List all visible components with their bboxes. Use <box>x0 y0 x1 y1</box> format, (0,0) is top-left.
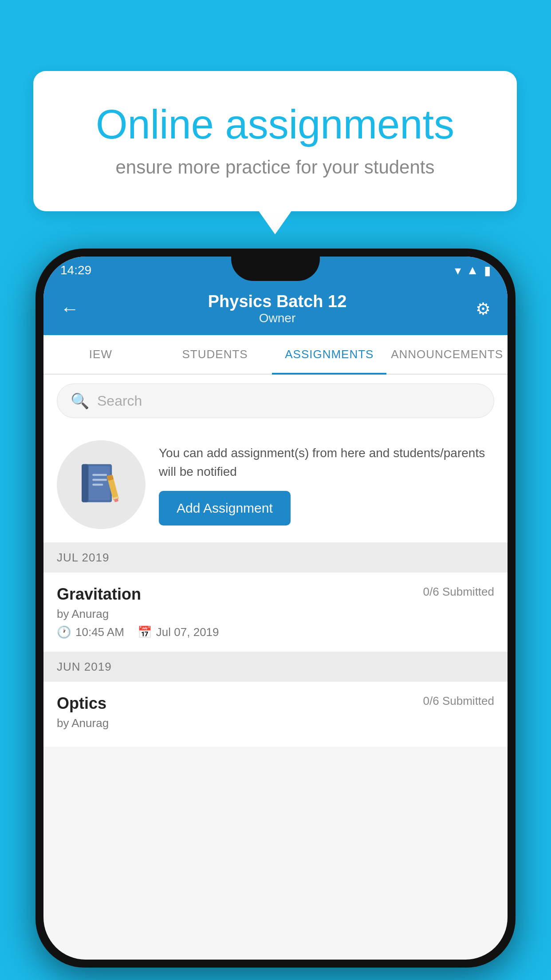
assignment-top-row: Gravitation 0/6 Submitted <box>57 585 494 604</box>
add-assignment-description: You can add assignment(s) from here and … <box>159 444 494 481</box>
assignment-submitted-optics: 0/6 Submitted <box>423 694 494 708</box>
assignment-title: Gravitation <box>57 585 141 604</box>
month-header-jun: JUN 2019 <box>43 652 508 682</box>
status-time: 14:29 <box>60 263 91 277</box>
svg-rect-2 <box>82 464 88 502</box>
tab-iew[interactable]: IEW <box>43 335 158 374</box>
phone-inner: 14:29 ▾ ▲ ▮ ← Physics Batch 12 Owner ⚙ I… <box>43 257 508 960</box>
tab-assignments[interactable]: ASSIGNMENTS <box>272 335 386 374</box>
search-placeholder: Search <box>97 393 142 409</box>
add-assignment-section: You can add assignment(s) from here and … <box>43 427 508 543</box>
assignment-date: 📅 Jul 07, 2019 <box>138 625 219 639</box>
promo-subtitle: ensure more practice for your students <box>69 157 481 178</box>
speech-bubble: Online assignments ensure more practice … <box>33 71 517 211</box>
phone-frame: 14:29 ▾ ▲ ▮ ← Physics Batch 12 Owner ⚙ I… <box>35 249 516 968</box>
batch-title: Physics Batch 12 <box>79 292 476 311</box>
add-assignment-right: You can add assignment(s) from here and … <box>159 444 494 526</box>
month-header-jul: JUL 2019 <box>43 543 508 573</box>
assignment-title-optics: Optics <box>57 694 106 713</box>
search-bar[interactable]: 🔍 Search <box>57 383 494 418</box>
notebook-icon-circle <box>57 440 146 529</box>
status-icons: ▾ ▲ ▮ <box>455 263 491 278</box>
assignment-top-row-optics: Optics 0/6 Submitted <box>57 694 494 713</box>
assignment-item-gravitation[interactable]: Gravitation 0/6 Submitted by Anurag 🕐 10… <box>43 573 508 652</box>
header-title-block: Physics Batch 12 Owner <box>79 292 476 325</box>
tabs-bar: IEW STUDENTS ASSIGNMENTS ANNOUNCEMENTS <box>43 335 508 375</box>
app-header: ← Physics Batch 12 Owner ⚙ <box>43 284 508 335</box>
promo-container: Online assignments ensure more practice … <box>33 71 517 211</box>
search-bar-container: 🔍 Search <box>43 375 508 427</box>
assignment-time: 🕐 10:45 AM <box>57 625 124 639</box>
battery-icon: ▮ <box>484 263 491 278</box>
search-icon: 🔍 <box>71 392 89 410</box>
notch <box>231 257 320 281</box>
tab-announcements[interactable]: ANNOUNCEMENTS <box>386 335 508 374</box>
add-assignment-button[interactable]: Add Assignment <box>159 491 291 526</box>
assignment-meta: 🕐 10:45 AM 📅 Jul 07, 2019 <box>57 625 494 639</box>
svg-rect-4 <box>92 479 107 481</box>
promo-title: Online assignments <box>69 102 481 147</box>
svg-rect-3 <box>92 474 107 476</box>
wifi-icon: ▾ <box>455 263 461 278</box>
back-button[interactable]: ← <box>60 298 79 320</box>
notebook-icon <box>77 460 126 509</box>
tab-students[interactable]: STUDENTS <box>158 335 272 374</box>
assignment-submitted: 0/6 Submitted <box>423 585 494 599</box>
settings-button[interactable]: ⚙ <box>476 299 491 319</box>
signal-icon: ▲ <box>466 263 479 277</box>
batch-subtitle: Owner <box>79 311 476 325</box>
assignment-author: by Anurag <box>57 607 494 621</box>
assignment-item-optics[interactable]: Optics 0/6 Submitted by Anurag <box>43 682 508 747</box>
clock-icon: 🕐 <box>57 625 71 639</box>
calendar-icon: 📅 <box>138 625 152 639</box>
status-bar: 14:29 ▾ ▲ ▮ <box>43 257 508 284</box>
assignment-author-optics: by Anurag <box>57 716 494 730</box>
svg-rect-5 <box>92 484 103 486</box>
